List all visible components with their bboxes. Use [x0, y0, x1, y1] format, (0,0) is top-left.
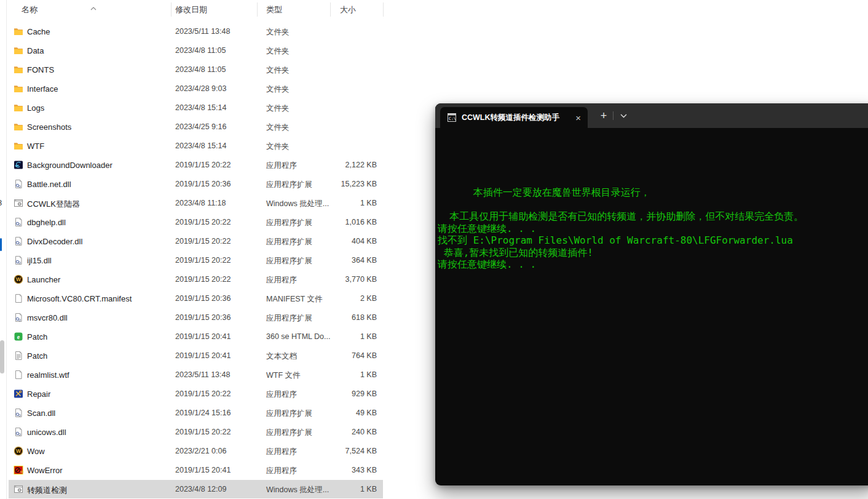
file-type: 文件夹	[266, 84, 290, 95]
file-name: ijl15.dll	[27, 256, 52, 265]
terminal-tab-title: CCWLK转频道插件检测助手	[462, 113, 559, 123]
file-size: 7,524 KB	[345, 447, 377, 455]
file-size: 364 KB	[352, 256, 377, 265]
terminal-titlebar[interactable]: C:\ CCWLK转频道插件检测助手 × +	[435, 103, 868, 128]
file-name: Microsoft.VC80.CRT.manifest	[27, 294, 132, 303]
file-type: 应用程序	[266, 466, 297, 476]
file-row[interactable]: Repair2019/1/15 20:22应用程序929 KB	[9, 385, 383, 403]
file-row[interactable]: Cache2023/5/11 13:48文件夹	[9, 22, 383, 41]
file-row[interactable]: Interface2023/4/28 9:03文件夹	[9, 79, 383, 98]
file-row[interactable]: Patch2019/1/15 20:41文本文档764 KB	[9, 346, 383, 365]
file-name: DivxDecoder.dll	[27, 237, 82, 246]
file-row[interactable]: Scan.dll2019/1/24 15:16应用程序扩展49 KB	[9, 404, 383, 422]
file-row[interactable]: DivxDecoder.dll2019/1/15 20:22应用程序扩展404 …	[9, 232, 383, 250]
file-type: 360 se HTML Do...	[266, 332, 330, 341]
file-row[interactable]: Screenshots2023/4/25 9:16文件夹	[9, 118, 383, 136]
bat-icon	[14, 198, 23, 208]
folder-icon	[14, 26, 23, 36]
file-type: 文件夹	[266, 65, 290, 76]
terminal-line: 本工具仅用于辅助检测是否有已知的转频道，并协助删除，但不对结果完全负责。	[438, 210, 868, 223]
file-row[interactable]: WLauncher2019/1/15 20:22应用程序3,770 KB	[9, 270, 383, 289]
file-date: 2019/1/15 20:22	[175, 275, 231, 284]
file-size: 764 KB	[352, 351, 377, 360]
file-date: 2019/1/24 15:16	[175, 409, 231, 417]
terminal-tab[interactable]: C:\ CCWLK转频道插件检测助手 ×	[440, 107, 588, 128]
file-date: 2019/1/15 20:22	[175, 389, 231, 398]
file-row[interactable]: WWow2023/2/21 0:06应用程序7,524 KB	[9, 442, 383, 460]
file-date: 2023/4/8 11:05	[175, 46, 226, 55]
file-row[interactable]: ePatch2019/1/15 20:41360 se HTML Do...1 …	[9, 327, 383, 346]
file-type: 文件夹	[266, 122, 290, 133]
file-date: 2019/1/15 20:41	[175, 466, 231, 474]
file-name: Cache	[27, 27, 50, 36]
new-tab-button[interactable]: +	[597, 108, 610, 123]
terminal-output[interactable]: 本插件一定要放在魔兽世界根目录运行， 本工具仅用于辅助检测是否有已知的转频道，并…	[435, 128, 868, 485]
file-size: 1 KB	[360, 485, 377, 493]
file-row[interactable]: BackgroundDownloader2019/1/15 20:22应用程序2…	[9, 156, 383, 174]
file-name: Interface	[27, 84, 58, 94]
file-type: 文本文档	[266, 351, 297, 362]
file-name: FONTS	[27, 65, 54, 74]
wow-icon: W	[14, 446, 23, 456]
file-name: Scan.dll	[27, 409, 55, 418]
file-row[interactable]: Microsoft.VC80.CRT.manifest2019/1/15 20:…	[9, 289, 383, 308]
file-name: Battle.net.dll	[27, 180, 71, 189]
file-row[interactable]: Battle.net.dll2019/1/15 20:36应用程序扩展15,22…	[9, 175, 383, 193]
file-row[interactable]: WTF2023/4/8 15:14文件夹	[9, 137, 383, 155]
file-size: 343 KB	[352, 466, 377, 474]
file-type: 应用程序扩展	[266, 409, 312, 419]
file-name: Wow	[27, 447, 45, 456]
dll-icon	[14, 236, 23, 246]
file-type: Windows 批处理...	[266, 485, 329, 495]
file-row[interactable]: Data2023/4/8 11:05文件夹	[9, 41, 383, 60]
svg-text:W: W	[16, 276, 22, 282]
folder-icon	[14, 65, 23, 74]
file-row[interactable]: WWowError2019/1/15 20:41应用程序343 KB	[9, 461, 383, 479]
tab-close-icon[interactable]: ×	[575, 113, 581, 122]
dll-icon	[14, 179, 23, 189]
file-row[interactable]: realmlist.wtf2023/5/11 13:48WTF 文件1 KB	[9, 365, 383, 384]
wowerror-icon: W	[14, 465, 23, 475]
dll-icon	[14, 427, 23, 437]
file-date: 2023/4/8 11:18	[175, 199, 226, 207]
tabbar-divider	[613, 111, 614, 120]
file-name: Screenshots	[27, 122, 71, 132]
file-type: 应用程序扩展	[266, 428, 312, 438]
file-date: 2019/1/15 20:22	[175, 256, 231, 265]
tab-dropdown-button[interactable]	[617, 110, 629, 122]
file-type: 文件夹	[266, 142, 290, 152]
file-icon	[14, 293, 23, 303]
bgdl-icon	[14, 160, 23, 170]
file-type: 应用程序扩展	[266, 313, 312, 324]
file-name: CCWLK登陆器	[27, 199, 80, 210]
file-row[interactable]: msvcr80.dll2019/1/15 20:36应用程序扩展618 KB	[9, 308, 383, 327]
file-name: msvcr80.dll	[27, 313, 68, 322]
file-type: 应用程序	[266, 389, 297, 400]
file-size: 240 KB	[352, 428, 377, 436]
file-name: Patch	[27, 351, 47, 361]
file-row[interactable]: unicows.dll2019/1/15 20:22应用程序扩展240 KB	[9, 423, 383, 441]
svg-text:W: W	[16, 448, 22, 454]
file-row[interactable]: dbghelp.dll2019/1/15 20:22应用程序扩展1,016 KB	[9, 213, 383, 231]
html360-icon: e	[14, 332, 23, 341]
file-name: Logs	[27, 103, 44, 113]
file-date: 2023/4/28 9:03	[175, 84, 226, 93]
file-row[interactable]: ijl15.dll2019/1/15 20:22应用程序扩展364 KB	[9, 251, 383, 269]
folder-icon	[14, 103, 23, 113]
file-row[interactable]: 转频道检测2023/4/8 12:09Windows 批处理...1 KB	[9, 480, 383, 498]
file-type: 应用程序扩展	[266, 180, 312, 190]
file-name: realmlist.wtf	[27, 370, 69, 380]
file-row[interactable]: CCWLK登陆器2023/4/8 11:18Windows 批处理...1 KB	[9, 194, 383, 212]
wow-icon: W	[14, 274, 23, 284]
file-date: 2019/1/15 20:41	[175, 332, 231, 341]
file-name: 转频道检测	[27, 485, 67, 496]
file-size: 618 KB	[352, 313, 377, 322]
dll-icon	[14, 255, 23, 265]
file-icon	[14, 370, 23, 380]
file-row[interactable]: Logs2023/4/8 15:14文件夹	[9, 98, 383, 117]
file-size: 1 KB	[360, 332, 377, 341]
folder-icon	[14, 122, 23, 132]
file-type: MANIFEST 文件	[266, 294, 322, 305]
file-row[interactable]: FONTS2023/4/8 11:05文件夹	[9, 60, 383, 79]
file-name: Launcher	[27, 275, 60, 284]
